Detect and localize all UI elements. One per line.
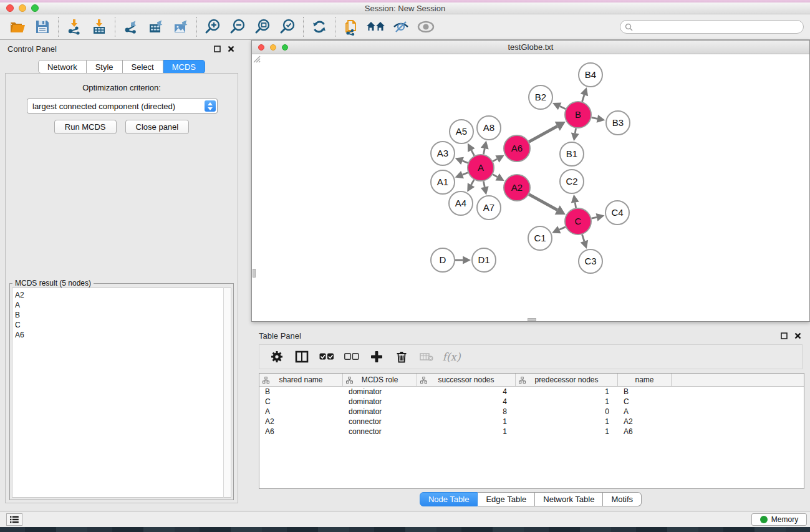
- graph-edge[interactable]: [483, 148, 485, 154]
- network-canvas[interactable]: B4B2BB3B1A5A8A6A3AA1C2A4A7A2CC4C1C3DD1: [252, 54, 809, 321]
- graph-edge[interactable]: [463, 161, 468, 163]
- tab-network[interactable]: Network: [38, 60, 87, 74]
- close-window-button[interactable]: [6, 4, 14, 12]
- table-cell[interactable]: B: [259, 387, 343, 396]
- table-cell[interactable]: connector: [343, 427, 417, 436]
- table-cell[interactable]: C: [618, 397, 672, 406]
- tab-node-table[interactable]: Node Table: [420, 492, 478, 506]
- graph-edge[interactable]: [582, 235, 584, 241]
- tab-motifs[interactable]: Motifs: [603, 492, 642, 506]
- window-resize-grip[interactable]: [252, 54, 261, 63]
- tab-mcds[interactable]: MCDS: [163, 60, 205, 74]
- table-cell[interactable]: A6: [259, 427, 343, 436]
- select-all-checks-icon[interactable]: [316, 346, 338, 367]
- table-cell[interactable]: 0: [516, 407, 618, 416]
- clone-network-icon[interactable]: [339, 16, 364, 38]
- table-cell[interactable]: A2: [618, 417, 672, 426]
- table-cell[interactable]: 1: [417, 417, 516, 426]
- graph-edge[interactable]: [493, 175, 497, 177]
- table-row[interactable]: Bdominator41B: [259, 387, 804, 397]
- run-mcds-button[interactable]: Run MCDS: [54, 120, 117, 134]
- table-cell[interactable]: 1: [516, 417, 618, 426]
- import-network-icon[interactable]: [62, 16, 87, 38]
- tab-network-table[interactable]: Network Table: [535, 492, 603, 506]
- float-panel-icon[interactable]: [212, 44, 222, 54]
- delete-column-icon[interactable]: [390, 346, 413, 367]
- graph-edge[interactable]: [559, 227, 566, 230]
- search-input[interactable]: [635, 22, 803, 31]
- table-cell[interactable]: 4: [417, 397, 516, 406]
- graph-edge[interactable]: [529, 126, 557, 142]
- network-minimize-button[interactable]: [270, 44, 276, 51]
- criterion-select[interactable]: largest connected component (directed): [27, 99, 218, 114]
- column-header-successor-nodes[interactable]: successor nodes: [417, 374, 516, 386]
- graph-edge[interactable]: [471, 150, 475, 156]
- graph-edge[interactable]: [471, 180, 475, 185]
- minimize-window-button[interactable]: [19, 4, 26, 12]
- apply-layout-icon[interactable]: [307, 16, 332, 38]
- table-settings-gear-icon[interactable]: [266, 346, 288, 367]
- export-network-icon[interactable]: [118, 16, 143, 38]
- network-close-button[interactable]: [258, 44, 264, 51]
- tab-edge-table[interactable]: Edge Table: [478, 492, 535, 506]
- table-cell[interactable]: 1: [516, 397, 618, 406]
- canvas-hscroll-thumb[interactable]: [528, 318, 536, 321]
- graph-edge[interactable]: [582, 95, 584, 102]
- table-row[interactable]: A2connector11A2: [259, 417, 804, 427]
- network-zoom-button[interactable]: [282, 44, 288, 51]
- graph-edge[interactable]: [591, 217, 597, 218]
- close-panel-icon[interactable]: [793, 331, 803, 341]
- column-header-MCDS-role[interactable]: MCDS role: [343, 374, 417, 386]
- zoom-window-button[interactable]: [31, 4, 39, 12]
- mcds-result-item[interactable]: C: [15, 320, 223, 330]
- mcds-result-item[interactable]: A2: [15, 290, 223, 300]
- table-cell[interactable]: dominator: [343, 407, 417, 416]
- graph-edge[interactable]: [493, 159, 497, 162]
- show-column-icon[interactable]: [291, 346, 313, 367]
- column-header-predecessor-nodes[interactable]: predecessor nodes: [516, 374, 618, 386]
- table-cell[interactable]: A: [618, 407, 672, 416]
- save-session-icon[interactable]: [30, 16, 55, 38]
- home-icon[interactable]: [364, 16, 388, 38]
- table-cell[interactable]: dominator: [343, 397, 417, 406]
- canvas-vscroll-thumb[interactable]: [253, 269, 256, 278]
- table-cell[interactable]: 1: [516, 387, 618, 396]
- table-cell[interactable]: A2: [259, 417, 343, 426]
- zoom-selected-icon[interactable]: [275, 16, 300, 38]
- network-window-titlebar[interactable]: testGlobe.txt: [252, 41, 809, 54]
- graph-edge[interactable]: [529, 195, 557, 210]
- export-image-icon[interactable]: [168, 16, 193, 38]
- mcds-result-item[interactable]: A6: [15, 330, 223, 340]
- mcds-result-item[interactable]: A: [15, 300, 223, 310]
- table-cell[interactable]: C: [259, 397, 343, 406]
- add-column-icon[interactable]: [365, 346, 388, 367]
- deselect-all-checks-icon[interactable]: [340, 346, 363, 367]
- mcds-result-scrollbar[interactable]: [223, 288, 231, 498]
- close-panel-button[interactable]: Close panel: [125, 120, 190, 134]
- table-cell[interactable]: 1: [516, 427, 618, 436]
- zoom-in-icon[interactable]: [200, 16, 225, 38]
- table-cell[interactable]: B: [618, 387, 672, 396]
- table-row[interactable]: Adominator80A: [259, 407, 804, 417]
- mcds-result-item[interactable]: B: [15, 310, 223, 320]
- table-cell[interactable]: 1: [417, 427, 516, 436]
- table-cell[interactable]: A: [259, 407, 343, 416]
- show-panels-list-button[interactable]: [6, 513, 22, 526]
- open-folder-icon[interactable]: [5, 16, 30, 38]
- graph-edge[interactable]: [463, 173, 468, 175]
- graph-edge[interactable]: [483, 181, 485, 187]
- search-field[interactable]: [620, 20, 804, 34]
- column-header-name[interactable]: name: [618, 374, 672, 386]
- table-cell[interactable]: 4: [417, 387, 516, 396]
- table-row[interactable]: A6connector11A6: [259, 427, 804, 437]
- table-cell[interactable]: A6: [618, 427, 672, 436]
- float-panel-icon[interactable]: [779, 331, 789, 341]
- import-table-icon[interactable]: [87, 16, 112, 38]
- zoom-out-icon[interactable]: [225, 16, 250, 38]
- graph-edge[interactable]: [560, 106, 566, 109]
- zoom-fit-icon[interactable]: [250, 16, 275, 38]
- tab-style[interactable]: Style: [87, 60, 123, 74]
- table-cell[interactable]: dominator: [343, 387, 417, 396]
- graph-edge[interactable]: [575, 128, 576, 133]
- column-header-shared-name[interactable]: shared name: [259, 374, 343, 386]
